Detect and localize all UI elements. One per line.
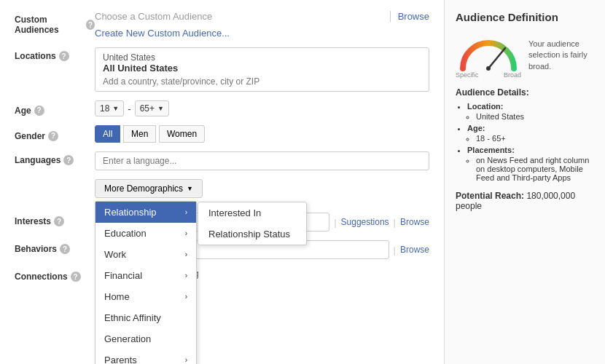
more-demographics-dropdown-container: More Demographics ▼ Relationship › Educa… — [95, 179, 203, 204]
interests-suggestions-link[interactable]: Suggestions — [341, 217, 389, 227]
dropdown-item-generation[interactable]: Generation — [95, 328, 196, 349]
more-demographics-row: More Demographics ▼ Relationship › Educa… — [15, 179, 429, 204]
custom-audiences-row: Custom Audiences ? Choose a Custom Audie… — [15, 11, 429, 39]
parents-chevron: › — [185, 356, 187, 364]
gauge-wrap: Specific Broad — [456, 32, 521, 79]
audience-definition-title: Audience Definition — [456, 11, 594, 23]
custom-audiences-chooser-row: Choose a Custom Audience Browse — [95, 11, 429, 22]
custom-audiences-help-icon[interactable]: ? — [86, 20, 95, 30]
connections-help-icon[interactable]: ? — [71, 272, 81, 282]
more-demographics-chevron: ▼ — [187, 185, 193, 192]
audience-detail-location-value: United States — [476, 112, 594, 121]
dropdown-item-financial[interactable]: Financial › — [95, 265, 196, 286]
audience-gauge — [456, 32, 521, 72]
audience-detail-placements-value: on News Feed and right column on desktop… — [476, 156, 594, 182]
age-help-icon[interactable]: ? — [34, 106, 44, 116]
gender-all-button[interactable]: All — [95, 125, 120, 143]
more-demographics-menu: Relationship › Education › Work › Fina — [95, 201, 197, 364]
dropdown-item-home[interactable]: Home › — [95, 286, 196, 307]
languages-help-icon[interactable]: ? — [63, 155, 74, 165]
connections-label: Connections ? — [15, 268, 95, 282]
svg-line-0 — [488, 48, 505, 68]
gender-label: Gender ? — [15, 127, 95, 141]
age-dash: - — [128, 103, 130, 114]
audience-details: Audience Details: Location: United State… — [456, 87, 594, 182]
interests-browse-link[interactable]: Browse — [400, 217, 429, 227]
financial-chevron: › — [185, 272, 187, 280]
interests-help-icon[interactable]: ? — [54, 216, 64, 226]
relationship-chevron: › — [185, 208, 187, 216]
svg-point-1 — [486, 66, 491, 71]
age-min-select[interactable]: 18 ▼ — [95, 100, 124, 116]
gender-buttons: All Men Women — [95, 125, 429, 143]
behaviors-label: Behaviors ? — [15, 240, 95, 254]
location-bold: All United States — [103, 63, 421, 74]
languages-input[interactable] — [95, 151, 429, 170]
interests-label: Interests ? — [15, 213, 95, 226]
audience-details-list: Location: United States Age: 18 - 65+ Pl… — [456, 102, 594, 182]
locations-content: United States All United States — [95, 47, 429, 92]
audience-detail-age: Age: 18 - 65+ — [467, 124, 594, 143]
languages-content — [95, 151, 429, 170]
dropdown-item-education[interactable]: Education › — [95, 223, 196, 244]
languages-label: Languages ? — [15, 151, 95, 165]
custom-audiences-label: Custom Audiences ? — [15, 11, 95, 35]
locations-help-icon[interactable]: ? — [59, 51, 69, 61]
audience-definition-panel: Audience Definition — [445, 0, 605, 364]
custom-audiences-browse-link[interactable]: Browse — [390, 11, 429, 22]
dropdown-item-ethnic-affinity[interactable]: Ethnic Affinity — [95, 307, 196, 328]
gauge-specific-label: Specific — [456, 71, 479, 79]
dropdown-item-parents[interactable]: Parents › — [95, 349, 196, 364]
age-max-chevron: ▼ — [157, 105, 164, 112]
dropdown-item-work[interactable]: Work › — [95, 244, 196, 265]
gauge-broad-label: Broad — [504, 71, 521, 79]
age-label: Age ? — [15, 102, 95, 116]
behaviors-browse-link[interactable]: Browse — [400, 245, 429, 255]
gender-help-icon[interactable]: ? — [48, 131, 58, 141]
more-demographics-button[interactable]: More Demographics ▼ — [95, 179, 203, 198]
locations-label: Locations ? — [15, 47, 95, 61]
create-custom-audience-link[interactable]: Create New Custom Audience... — [95, 28, 429, 39]
more-demographics-content: More Demographics ▼ Relationship › Educa… — [95, 179, 429, 204]
age-max-select[interactable]: 65+ ▼ — [135, 100, 169, 116]
gauge-container: Specific Broad Your audience selection i… — [456, 32, 594, 79]
work-chevron: › — [185, 250, 187, 258]
choose-custom-audience-placeholder: Choose a Custom Audience — [95, 11, 383, 22]
audience-details-title: Audience Details: — [456, 87, 594, 98]
gender-men-button[interactable]: Men — [123, 125, 156, 143]
relationship-submenu: Interested In Relationship Status — [198, 202, 307, 245]
education-chevron: › — [185, 229, 187, 237]
submenu-item-relationship-status[interactable]: Relationship Status — [198, 223, 306, 245]
dropdown-item-relationship[interactable]: Relationship › — [95, 202, 196, 223]
location-input[interactable] — [103, 74, 421, 87]
languages-row: Languages ? — [15, 151, 429, 170]
connections-row: Connections ? Add a connection targeting — [15, 268, 429, 282]
audience-detail-placements: Placements: on News Feed and right colum… — [467, 146, 594, 182]
custom-audiences-content: Choose a Custom Audience Browse Create N… — [95, 11, 429, 39]
audience-detail-age-value: 18 - 65+ — [476, 134, 594, 143]
submenu-item-interested-in[interactable]: Interested In — [198, 202, 306, 223]
age-content: 18 ▼ - 65+ ▼ — [95, 100, 429, 116]
age-min-chevron: ▼ — [112, 105, 119, 112]
gauge-description: Your audience selection is fairly broad. — [528, 39, 594, 72]
potential-reach-label: Potential Reach: — [456, 191, 524, 201]
gender-row: Gender ? All Men Women — [15, 125, 429, 143]
more-demographics-label-spacer — [15, 179, 95, 183]
locations-row: Locations ? United States All United Sta… — [15, 47, 429, 92]
location-box: United States All United States — [95, 47, 429, 92]
audience-detail-location: Location: United States — [467, 102, 594, 121]
home-chevron: › — [185, 293, 187, 301]
gender-women-button[interactable]: Women — [159, 125, 205, 143]
potential-reach: Potential Reach: 180,000,000 people — [456, 191, 594, 211]
age-row: Age ? 18 ▼ - 65+ ▼ — [15, 100, 429, 116]
location-country: United States — [103, 52, 421, 63]
behaviors-help-icon[interactable]: ? — [60, 244, 70, 254]
